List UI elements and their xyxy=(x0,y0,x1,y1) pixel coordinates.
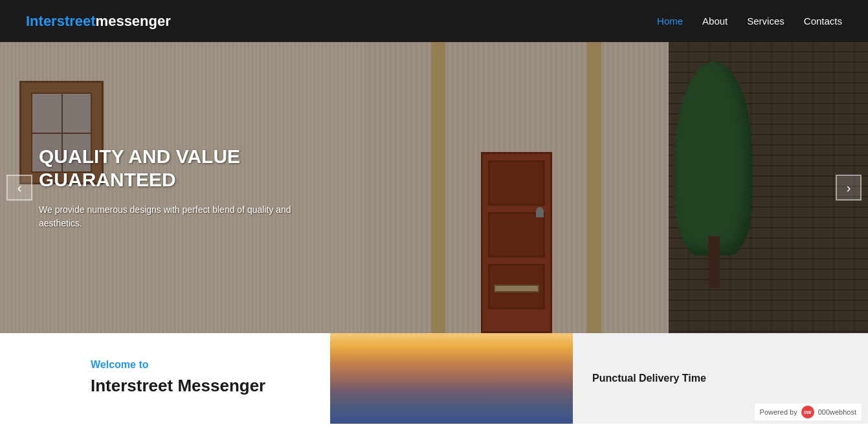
powered-by-badge: Powered by 0W 000webhost xyxy=(755,404,862,420)
punctual-label: Punctual Delivery Time xyxy=(592,373,706,384)
below-hero-section: Welcome to Interstreet Messenger Punctua… xyxy=(0,333,868,424)
hero-heading: QUALITY AND VALUE GUARANTEED xyxy=(39,145,330,191)
below-left-panel: Welcome to Interstreet Messenger xyxy=(0,333,330,424)
brand-logo[interactable]: Interstreetmessenger xyxy=(26,13,171,30)
hero-subtext: We provide numerous designs with perfect… xyxy=(39,203,330,230)
welcome-label: Welcome to xyxy=(91,359,304,371)
nav-links: Home About Services Contacts xyxy=(657,16,842,27)
hero-text-block: QUALITY AND VALUE GUARANTEED We provide … xyxy=(39,145,330,230)
slider-arrow-left[interactable]: ‹ xyxy=(6,175,32,201)
nav-contacts[interactable]: Contacts xyxy=(804,16,842,27)
powered-by-label: Powered by xyxy=(760,408,797,416)
slider-arrow-right[interactable]: › xyxy=(836,175,862,201)
navbar: Interstreetmessenger Home About Services… xyxy=(0,0,868,42)
nav-home[interactable]: Home xyxy=(657,16,683,27)
company-name-label: Interstreet Messenger xyxy=(91,376,304,396)
below-right-panel: Punctual Delivery Time Powered by 0W 000… xyxy=(573,333,868,424)
webhost-label: 000webhost xyxy=(818,408,856,416)
nav-about[interactable]: About xyxy=(702,16,728,27)
webhost-logo-icon: 0W xyxy=(801,406,814,419)
hero-section: 17 QUALITY AND VALUE GUARANTEED We provi… xyxy=(0,42,868,333)
brand-suffix: messenger xyxy=(96,13,171,29)
brand-prefix: Interstreet xyxy=(26,13,96,29)
below-center-image xyxy=(330,333,573,424)
nav-services[interactable]: Services xyxy=(747,16,785,27)
